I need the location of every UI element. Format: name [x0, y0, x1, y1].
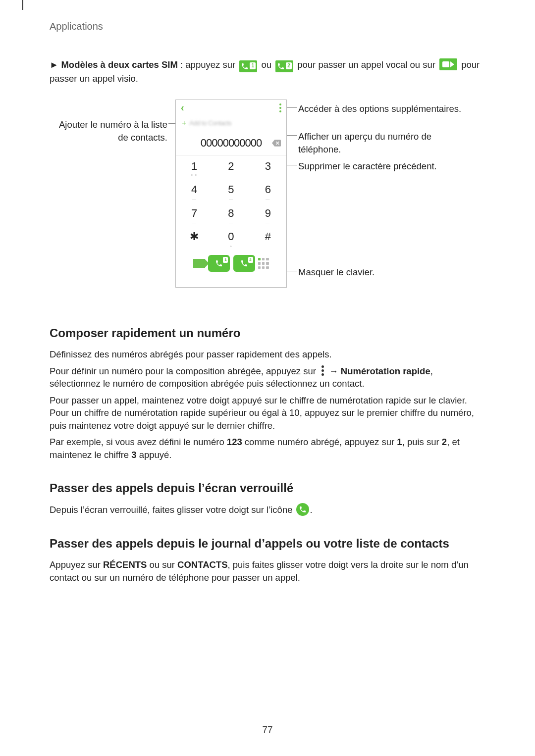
- page-number: 77: [0, 723, 535, 736]
- key-5[interactable]: 5—: [213, 180, 249, 203]
- heading-lock: Passer des appels depuis l’écran verroui…: [50, 480, 485, 496]
- key-1[interactable]: 1⚬⚬: [176, 156, 213, 180]
- intro-or: ou: [259, 59, 274, 70]
- compose-p4: Par exemple, si vous avez défini le numé…: [50, 436, 485, 461]
- backspace-button[interactable]: [271, 140, 281, 147]
- key-hash[interactable]: #: [250, 227, 286, 251]
- add-to-contacts-button[interactable]: + Add to Contacts: [176, 116, 286, 131]
- key-6[interactable]: 6—: [250, 180, 286, 203]
- key-9[interactable]: 9—: [250, 203, 286, 227]
- keypad: 1⚬⚬ 2— 3— 4— 5— 6— 7— 8— 9— ✱ 0+ #: [176, 156, 286, 250]
- lock-p1: Depuis l’écran verrouillé, faites glisse…: [50, 503, 485, 516]
- compose-section: Définissez des numéros abrégés pour pass…: [50, 348, 485, 461]
- heading-log: Passer des appels depuis le journal d’ap…: [50, 535, 485, 552]
- callout-line: [286, 135, 297, 136]
- dialer-app: ‹ + Add to Contacts 00000000000 1⚬⚬ 2— 3…: [175, 100, 287, 288]
- log-section: Appuyez sur RÉCENTS ou sur CONTACTS, pui…: [50, 558, 485, 584]
- video-call-icon: [439, 58, 457, 70]
- key-8[interactable]: 8—: [213, 203, 249, 227]
- dialer-bottom-bar: 1 2: [176, 250, 286, 277]
- call-sim1-button[interactable]: 1: [208, 255, 230, 272]
- callout-line: [286, 271, 297, 271]
- header-divider: [22, 0, 23, 10]
- key-2[interactable]: 2—: [213, 156, 249, 180]
- heading-compose: Composer rapidement un numéro: [50, 325, 485, 341]
- entered-number: 00000000000: [201, 136, 262, 151]
- number-display[interactable]: 00000000000: [176, 131, 286, 156]
- call-sim2-icon: 2: [275, 60, 293, 72]
- compose-p1: Définissez des numéros abrégés pour pass…: [50, 348, 485, 361]
- callout-line: [286, 165, 297, 165]
- call-sim1-icon: 1: [239, 60, 257, 72]
- phone-icon: [296, 503, 309, 516]
- key-star[interactable]: ✱: [176, 227, 213, 251]
- compose-p2: Pour définir un numéro pour la compositi…: [50, 365, 485, 390]
- intro-after-icons: pour passer un appel vocal ou sur: [295, 59, 438, 70]
- callout-preview: Afficher un aperçu du numéro de téléphon…: [298, 130, 477, 155]
- call-sim2-button[interactable]: 2: [233, 255, 255, 272]
- key-0[interactable]: 0+: [213, 227, 249, 251]
- callout-add-contact: Ajouter le numéro à la liste de contacts…: [49, 118, 167, 144]
- section-header: Applications: [50, 20, 485, 34]
- video-call-button[interactable]: [193, 259, 205, 268]
- key-3[interactable]: 3—: [250, 156, 286, 180]
- dialer-toolbar: ‹: [176, 100, 286, 116]
- intro-text: : appuyez sur: [178, 59, 238, 70]
- back-button[interactable]: ‹: [181, 101, 184, 115]
- callout-options: Accéder à des options supplémentaires.: [298, 102, 477, 115]
- key-4[interactable]: 4—: [176, 180, 213, 203]
- intro-paragraph: ► Modèles à deux cartes SIM : appuyez su…: [50, 58, 485, 85]
- callout-hide: Masquer le clavier.: [298, 266, 477, 279]
- compose-p3: Pour passer un appel, maintenez votre do…: [50, 394, 485, 432]
- hide-keypad-button[interactable]: [258, 258, 269, 269]
- callout-delete: Supprimer le caractère précédent.: [298, 160, 477, 173]
- dialer-screenshot: Ajouter le numéro à la liste de contacts…: [50, 100, 485, 302]
- more-vert-icon: [320, 365, 325, 376]
- plus-icon: +: [182, 118, 186, 129]
- add-contact-label: Add to Contacts: [189, 119, 231, 128]
- key-7[interactable]: 7—: [176, 203, 213, 227]
- more-options-button[interactable]: [279, 103, 281, 112]
- page: Applications ► Modèles à deux cartes SIM…: [0, 0, 535, 756]
- log-p1: Appuyez sur RÉCENTS ou sur CONTACTS, pui…: [50, 558, 485, 584]
- triangle-bullet: ►: [50, 59, 58, 70]
- lock-section: Depuis l’écran verrouillé, faites glisse…: [50, 503, 485, 516]
- intro-bold: Modèles à deux cartes SIM: [61, 59, 177, 70]
